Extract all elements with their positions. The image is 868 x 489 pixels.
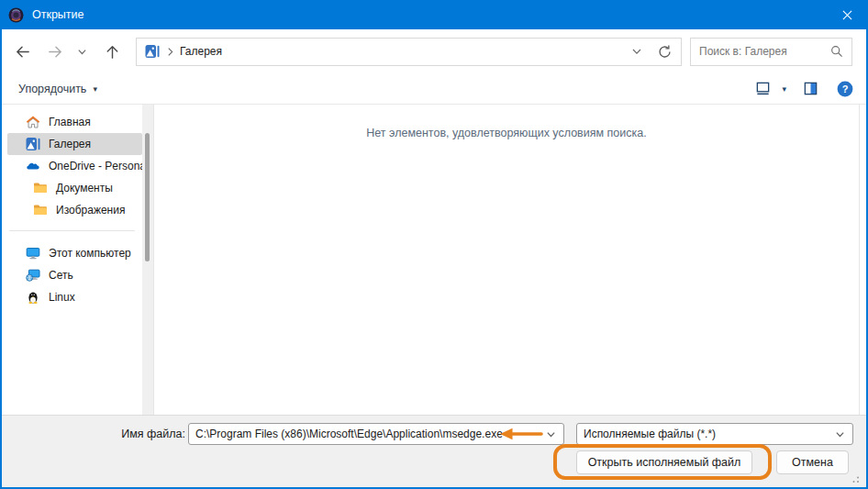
chevron-down-icon	[835, 429, 845, 439]
sidebar-item-label: Linux	[49, 291, 75, 304]
views-icon	[755, 81, 771, 96]
sidebar-item-label: Галерея	[49, 138, 91, 150]
chevron-down-icon	[546, 429, 556, 439]
linux-icon	[26, 290, 40, 305]
computer-icon	[26, 246, 40, 261]
chevron-down-icon	[77, 47, 87, 57]
chevron-down-icon: ▾	[93, 84, 97, 94]
filename-dropdown-button[interactable]	[546, 429, 556, 439]
navigation-bar: Галерея	[2, 29, 866, 73]
change-view-button[interactable]	[755, 81, 771, 96]
sidebar-item-label: Этот компьютер	[49, 247, 131, 260]
sidebar-item-this-pc[interactable]: Этот компьютер	[2, 242, 142, 264]
back-button[interactable]	[11, 40, 33, 62]
svg-text:?: ?	[842, 83, 849, 94]
dialog-footer: Имя файла: Исполняемые файлы (*.*) Откры…	[2, 415, 866, 487]
up-button[interactable]	[101, 40, 123, 62]
filetype-dropdown-button[interactable]	[835, 429, 845, 439]
folder-icon	[33, 203, 48, 217]
search-icon[interactable]	[830, 45, 843, 58]
forward-button[interactable]	[44, 40, 66, 62]
empty-message: Нет элементов, удовлетворяющих условиям …	[154, 127, 859, 139]
breadcrumb[interactable]: Галерея	[180, 45, 222, 58]
sidebar-item-linux[interactable]: Linux	[2, 286, 142, 308]
gallery-icon	[145, 44, 160, 59]
refresh-button[interactable]	[657, 44, 673, 60]
sidebar-item-documents[interactable]: Документы	[2, 177, 142, 199]
refresh-icon	[657, 44, 673, 60]
window-title: Открытие	[32, 8, 84, 21]
sidebar-item-onedrive[interactable]: OneDrive - Personal	[2, 155, 142, 177]
close-icon	[842, 10, 852, 20]
sidebar-item-label: Изображения	[56, 204, 125, 217]
sidebar-scrollbar-thumb[interactable]	[145, 133, 150, 261]
folder-icon	[33, 181, 48, 195]
sidebar-separator	[9, 230, 135, 231]
organize-label: Упорядочить	[18, 83, 86, 95]
onedrive-icon	[26, 159, 40, 173]
address-dropdown-button[interactable]	[631, 46, 642, 57]
close-button[interactable]	[826, 0, 868, 29]
gallery-icon	[26, 137, 40, 151]
help-icon: ?	[837, 81, 853, 97]
navigation-pane: Главная Галерея OneDrive - Personal Доку…	[2, 105, 142, 415]
filename-label: Имя файла:	[84, 428, 185, 440]
preview-pane-icon	[803, 81, 818, 96]
search-input[interactable]	[699, 45, 830, 58]
recent-locations-button[interactable]	[73, 40, 90, 62]
up-arrow-icon	[104, 43, 121, 61]
forward-arrow-icon	[47, 43, 64, 61]
home-icon	[26, 115, 40, 129]
app-icon[interactable]	[8, 7, 24, 23]
cancel-button[interactable]: Отмена	[776, 450, 849, 474]
filename-input[interactable]	[195, 428, 540, 440]
network-icon	[26, 268, 40, 283]
search-box[interactable]	[690, 38, 852, 66]
sidebar-item-label: Документы	[56, 182, 113, 194]
sidebar-item-label: Сеть	[49, 269, 73, 282]
filename-combobox[interactable]	[188, 423, 564, 445]
open-file-dialog: Открытие	[0, 0, 868, 489]
sidebar-scrollbar	[142, 105, 153, 415]
command-toolbar: Упорядочить ▾ ▾ ?	[2, 73, 866, 105]
breadcrumb-chevron-icon	[167, 47, 173, 57]
sidebar-item-network[interactable]: Сеть	[2, 264, 142, 286]
sidebar-item-pictures[interactable]: Изображения	[2, 199, 142, 221]
filetype-value: Исполняемые файлы (*.*)	[584, 428, 829, 440]
views-dropdown-button[interactable]: ▾	[782, 84, 786, 94]
title-bar: Открытие	[0, 0, 868, 29]
window-border	[0, 29, 2, 489]
chevron-down-icon	[631, 46, 642, 57]
file-list-area: Нет элементов, удовлетворяющих условиям …	[154, 105, 860, 415]
sidebar-item-label: Главная	[49, 116, 91, 128]
organize-button[interactable]: Упорядочить ▾	[18, 83, 97, 95]
help-button[interactable]: ?	[837, 81, 853, 97]
preview-pane-button[interactable]	[803, 81, 818, 96]
address-bar[interactable]: Галерея	[136, 38, 682, 66]
resize-grip[interactable]	[849, 472, 860, 483]
sidebar-item-label: OneDrive - Personal	[49, 160, 142, 172]
back-arrow-icon	[14, 43, 31, 61]
open-button[interactable]: Открыть исполняемый файл	[576, 450, 752, 474]
filetype-combobox[interactable]: Исполняемые файлы (*.*)	[576, 423, 853, 445]
sidebar-item-gallery[interactable]: Галерея	[7, 133, 142, 155]
sidebar-item-home[interactable]: Главная	[2, 111, 142, 133]
